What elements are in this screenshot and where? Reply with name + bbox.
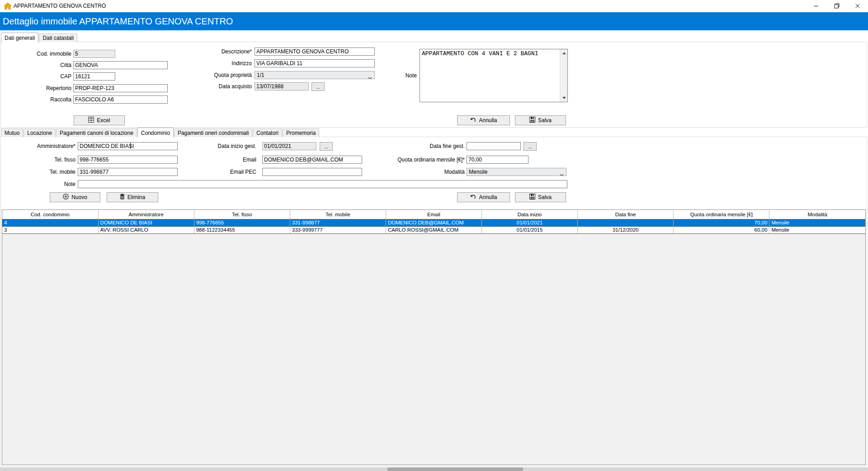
table-row-selected[interactable]: 4 DOMENICO DE BIASI 998-776655 331-99887… xyxy=(2,219,865,226)
cod-immobile-label: Cod. immobile xyxy=(9,50,71,58)
scroll-up-icon[interactable] xyxy=(560,49,568,57)
cell[interactable]: 31/12/2020 xyxy=(578,226,674,233)
plus-circle-icon xyxy=(63,194,69,201)
annulla-button-condominio[interactable]: Annulla xyxy=(457,192,510,202)
cell[interactable]: 998-776655 xyxy=(194,219,290,226)
nuovo-button[interactable]: Nuovo xyxy=(50,192,100,202)
cap-field[interactable] xyxy=(73,72,115,81)
house-icon xyxy=(4,3,11,11)
email-pec-label: Email PEC xyxy=(199,168,256,176)
salva-button-top[interactable]: Salva xyxy=(515,115,566,125)
tab-contatori[interactable]: Contatori xyxy=(253,128,282,137)
tab-dati-generali[interactable]: Dati generali xyxy=(1,33,38,43)
tab-mutuo[interactable]: Mutuo xyxy=(1,128,23,137)
quota-ordinaria-field[interactable] xyxy=(467,156,528,164)
scroll-down-icon[interactable] xyxy=(560,94,568,102)
elimina-button[interactable]: Elimina xyxy=(107,192,158,202)
data-acquisto-picker-button[interactable]: ... xyxy=(311,82,325,91)
col-data-fine[interactable]: Data fine xyxy=(578,210,674,219)
note-scrollbar[interactable] xyxy=(560,49,567,102)
cell[interactable]: 333-9999777 xyxy=(290,226,386,233)
minimize-button[interactable] xyxy=(806,0,826,12)
titlebar: APPARTAMENTO GENOVA CENTRO xyxy=(0,0,868,12)
restore-button[interactable] xyxy=(826,0,847,12)
modalita-select[interactable]: Mensile xyxy=(467,168,566,176)
tab-pagamenti-canoni[interactable]: Pagamenti canoni di locazione xyxy=(56,128,137,137)
repertorio-field[interactable] xyxy=(73,84,168,92)
quota-proprieta-select[interactable]: 1/1 xyxy=(255,71,375,79)
restore-icon xyxy=(834,2,840,10)
cell[interactable]: 331-998877 xyxy=(290,219,386,226)
indirizzo-field[interactable] xyxy=(255,59,375,67)
amministratore-field[interactable] xyxy=(78,142,178,150)
cell[interactable]: Mensile xyxy=(769,226,865,233)
condominio-note-field[interactable] xyxy=(78,180,567,188)
window-controls xyxy=(806,0,868,12)
tel-fisso-field[interactable] xyxy=(78,156,178,164)
tab-locazione[interactable]: Locazione xyxy=(24,128,56,137)
col-data-inizio[interactable]: Data inizio xyxy=(482,210,578,219)
salva-button-condominio[interactable]: Salva xyxy=(515,192,566,202)
col-tel-mobile[interactable]: Tel. mobile xyxy=(290,210,386,219)
descrizione-field[interactable] xyxy=(255,48,375,56)
note-label: Note xyxy=(390,71,417,80)
data-acquisto-field xyxy=(255,82,309,90)
grid-header: Cod. condominio Amministratore Tel. fiss… xyxy=(2,210,865,219)
page-title: Dettaglio immobile APPARTAMENTO GENOVA C… xyxy=(3,12,233,30)
quota-ordinaria-label: Quota ordinaria mensile [€]* xyxy=(389,156,465,164)
col-modalita[interactable]: Modalità xyxy=(769,210,865,219)
cell[interactable] xyxy=(578,219,674,226)
taskbar[interactable] xyxy=(0,467,868,471)
col-email[interactable]: Email xyxy=(386,210,481,219)
tel-mobile-field[interactable] xyxy=(78,168,178,176)
email-field[interactable] xyxy=(262,156,362,164)
cell[interactable]: 60,00 xyxy=(674,226,769,233)
tab-promemoria[interactable]: Promemoria xyxy=(283,128,319,137)
chevron-down-icon xyxy=(560,171,564,176)
citta-field[interactable] xyxy=(73,61,168,69)
cell[interactable]: 4 xyxy=(2,219,98,226)
col-amministratore[interactable]: Amministratore xyxy=(98,210,194,219)
note-field[interactable]: APPARTAMENTO CON 4 VANI E 2 BAGNI xyxy=(420,49,560,102)
cell[interactable]: 3 xyxy=(2,226,98,233)
cell[interactable]: 988-1122334455 xyxy=(194,226,290,233)
close-button[interactable] xyxy=(847,0,868,12)
annulla-button-top[interactable]: Annulla xyxy=(457,115,510,125)
save-icon xyxy=(529,117,535,124)
cell[interactable]: 70,00 xyxy=(674,219,769,226)
cell[interactable]: CARLO.ROSSI@GMAIL.COM xyxy=(386,226,481,233)
tab-dati-catastali[interactable]: Dati catastali xyxy=(39,33,77,42)
col-cod-condominio[interactable]: Cod. condominio xyxy=(2,210,98,219)
data-acquisto-label: Data acquisto xyxy=(185,82,252,90)
tab-condominio[interactable]: Condominio xyxy=(137,128,174,138)
cell[interactable]: 01/01/2015 xyxy=(482,226,578,233)
cell[interactable]: 01/01/2021 xyxy=(482,219,578,226)
raccolta-field[interactable] xyxy=(73,95,168,104)
raccolta-label: Raccolta xyxy=(9,95,71,104)
modalita-label: Modalità xyxy=(389,168,465,176)
email-pec-field[interactable] xyxy=(262,168,362,176)
cell[interactable]: AVV. ROSSI CARLO xyxy=(98,226,194,233)
email-label: Email xyxy=(199,156,256,164)
data-fine-field[interactable] xyxy=(467,142,521,150)
excel-button[interactable]: Excel xyxy=(74,115,125,125)
data-inizio-label: Data inizio gest. xyxy=(199,142,256,150)
cod-immobile-field xyxy=(73,50,115,58)
main-tabstrip: Dati generali Dati catastali xyxy=(1,32,78,42)
col-quota[interactable]: Quota ordinaria mensile [€] xyxy=(674,210,769,219)
window-title: APPARTAMENTO GENOVA CENTRO xyxy=(14,0,106,12)
data-inizio-picker-button[interactable]: ... xyxy=(320,142,333,151)
col-tel-fisso[interactable]: Tel. fisso xyxy=(194,210,290,219)
chevron-down-icon xyxy=(368,74,372,79)
sub-tabstrip: Mutuo Locazione Pagamenti canoni di loca… xyxy=(1,127,320,137)
quota-proprieta-label: Quota proprietà xyxy=(185,71,252,79)
cell[interactable]: Mensile xyxy=(769,219,865,226)
trash-icon xyxy=(120,194,125,201)
cell[interactable]: DOMENICO.DEB@GMAIL.COM xyxy=(386,219,481,226)
cell[interactable]: DOMENICO DE BIASI xyxy=(98,219,194,226)
minimize-icon xyxy=(813,2,819,10)
table-row[interactable]: 3 AVV. ROSSI CARLO 988-1122334455 333-99… xyxy=(2,226,865,233)
tel-mobile-label: Tel. mobile xyxy=(18,168,75,176)
data-fine-picker-button[interactable]: ... xyxy=(524,142,537,151)
tab-pagamenti-oneri[interactable]: Pagamenti oneri condominiali xyxy=(174,128,252,137)
